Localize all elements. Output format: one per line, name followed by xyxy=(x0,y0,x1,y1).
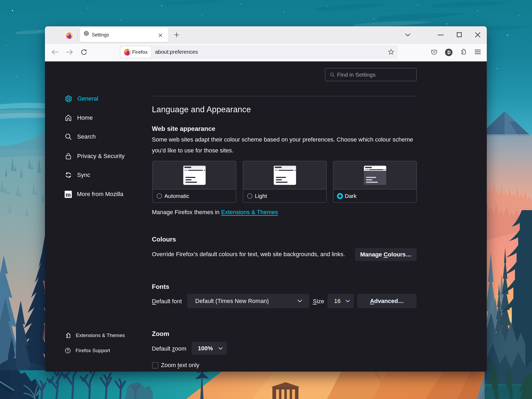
svg-text:m: m xyxy=(66,191,71,198)
